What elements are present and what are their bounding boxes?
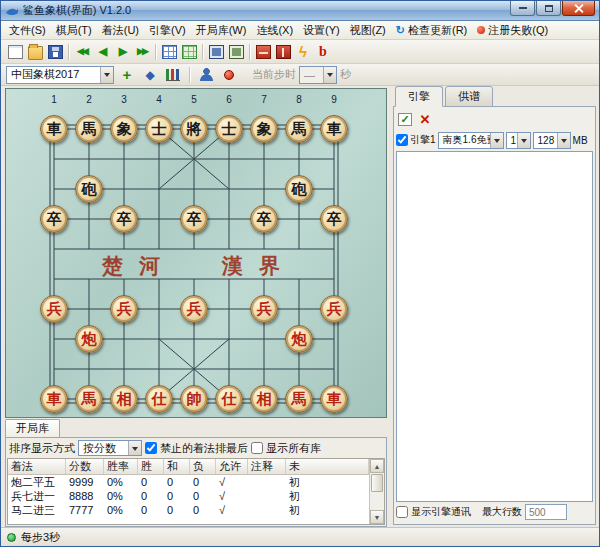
table-row[interactable]: 炮二平五 9999 0% 0 0 0 √ 初 bbox=[8, 475, 369, 489]
piece-black[interactable]: 砲 bbox=[285, 175, 313, 203]
piece-black[interactable]: 車 bbox=[320, 115, 348, 143]
col-header-score[interactable]: 分数 bbox=[66, 459, 104, 474]
piece-black[interactable]: 卒 bbox=[40, 205, 68, 233]
piece-black[interactable]: 馬 bbox=[285, 115, 313, 143]
add-book-button[interactable]: + bbox=[117, 65, 137, 85]
piece-red[interactable]: 炮 bbox=[75, 325, 103, 353]
scroll-down-icon[interactable]: ▼ bbox=[370, 510, 384, 524]
col-header-allow[interactable]: 允许 bbox=[216, 459, 248, 474]
piece-black[interactable]: 將 bbox=[180, 115, 208, 143]
column-number: 7 bbox=[261, 94, 267, 105]
menu-book[interactable]: 开局库(W) bbox=[191, 21, 252, 40]
open-button[interactable] bbox=[25, 42, 45, 62]
maximize-button[interactable] bbox=[536, 1, 561, 16]
computer-analyze-button[interactable] bbox=[226, 42, 246, 62]
minimize-button[interactable] bbox=[510, 1, 535, 16]
show-all-books-checkbox[interactable] bbox=[251, 442, 263, 454]
new-game-button[interactable] bbox=[5, 42, 25, 62]
show-engine-comm-checkbox[interactable] bbox=[396, 506, 408, 518]
piece-red[interactable]: 仕 bbox=[145, 385, 173, 413]
quick-move-button[interactable]: ϟ bbox=[293, 42, 313, 62]
piece-red[interactable]: 車 bbox=[320, 385, 348, 413]
piece-red[interactable]: 相 bbox=[110, 385, 138, 413]
nav-last-button[interactable]: ▶▶ bbox=[132, 42, 152, 62]
piece-red[interactable]: 炮 bbox=[285, 325, 313, 353]
piece-black[interactable]: 砲 bbox=[75, 175, 103, 203]
engine-threads-select[interactable]: 1 bbox=[506, 132, 531, 149]
piece-black[interactable]: 車 bbox=[40, 115, 68, 143]
col-header-source[interactable]: 未 bbox=[286, 459, 369, 474]
menu-view[interactable]: 视图(Z) bbox=[345, 21, 391, 40]
board-view-button[interactable] bbox=[159, 42, 179, 62]
piece-black[interactable]: 士 bbox=[145, 115, 173, 143]
tab-book-feed[interactable]: 供谱 bbox=[445, 86, 493, 107]
menu-engine[interactable]: 引擎(V) bbox=[144, 21, 191, 40]
nav-next-button[interactable]: ▶ bbox=[112, 42, 132, 62]
close-button[interactable] bbox=[562, 1, 595, 16]
remove-engine-button[interactable]: ✕ bbox=[416, 110, 434, 128]
piece-red[interactable]: 兵 bbox=[320, 295, 348, 323]
col-header-loss[interactable]: 负 bbox=[190, 459, 216, 474]
max-lines-input[interactable] bbox=[525, 504, 567, 520]
engine-enabled-checkbox[interactable] bbox=[396, 134, 408, 146]
forbidden-last-checkbox[interactable] bbox=[145, 442, 157, 454]
piece-black[interactable]: 卒 bbox=[180, 205, 208, 233]
col-header-winrate[interactable]: 胜率 bbox=[104, 459, 138, 474]
engine-hash-select[interactable]: 128 bbox=[533, 132, 571, 149]
piece-red[interactable]: 馬 bbox=[75, 385, 103, 413]
piece-black[interactable]: 象 bbox=[110, 115, 138, 143]
piece-red[interactable]: 兵 bbox=[180, 295, 208, 323]
piece-black[interactable]: 卒 bbox=[320, 205, 348, 233]
piece-black[interactable]: 卒 bbox=[110, 205, 138, 233]
piece-red[interactable]: 兵 bbox=[40, 295, 68, 323]
menu-game[interactable]: 棋局(T) bbox=[51, 21, 97, 40]
table-scrollbar[interactable]: ▲ ▼ bbox=[369, 459, 384, 524]
book-edit-button[interactable]: ◆ bbox=[140, 65, 160, 85]
computer-play-button[interactable] bbox=[206, 42, 226, 62]
record-button[interactable] bbox=[219, 65, 239, 85]
table-row[interactable]: 马二进三 7777 0% 0 0 0 √ 初 bbox=[8, 503, 369, 517]
piece-black[interactable]: 卒 bbox=[250, 205, 278, 233]
scroll-thumb[interactable] bbox=[371, 474, 383, 492]
tab-engine[interactable]: 引擎 bbox=[395, 86, 443, 107]
piece-red[interactable]: 兵 bbox=[110, 295, 138, 323]
tab-opening-book[interactable]: 开局库 bbox=[5, 419, 60, 437]
player-button[interactable] bbox=[196, 65, 216, 85]
piece-red[interactable]: 相 bbox=[250, 385, 278, 413]
stop-button[interactable] bbox=[273, 42, 293, 62]
engine-name-select[interactable]: 南奥1.6免费版 bbox=[438, 132, 504, 149]
chess-board[interactable]: 楚河 漢界 123456789車馬象士將士象馬車砲砲卒卒卒卒卒兵兵兵兵兵炮炮車馬… bbox=[5, 88, 387, 418]
menu-register-failed[interactable]: 注册失败(Q) bbox=[472, 21, 553, 40]
piece-red[interactable]: 仕 bbox=[215, 385, 243, 413]
col-header-draw[interactable]: 和 bbox=[164, 459, 190, 474]
piece-red[interactable]: 車 bbox=[40, 385, 68, 413]
flip-board-button[interactable] bbox=[179, 42, 199, 62]
step-time-select[interactable]: — bbox=[299, 66, 337, 84]
nav-first-button[interactable]: ◀◀ bbox=[72, 42, 92, 62]
piece-red[interactable]: 兵 bbox=[250, 295, 278, 323]
book-manage-button[interactable] bbox=[253, 42, 273, 62]
nav-prev-button[interactable]: ◀ bbox=[92, 42, 112, 62]
table-row[interactable]: 兵七进一 8888 0% 0 0 0 √ 初 bbox=[8, 489, 369, 503]
register-button[interactable]: b bbox=[313, 42, 333, 62]
sort-mode-select[interactable]: 按分数 bbox=[78, 440, 142, 456]
menu-check-update[interactable]: ↻检查更新(R) bbox=[391, 21, 473, 40]
save-button[interactable] bbox=[45, 42, 65, 62]
piece-black[interactable]: 士 bbox=[215, 115, 243, 143]
col-header-win[interactable]: 胜 bbox=[138, 459, 164, 474]
menu-moves[interactable]: 着法(U) bbox=[97, 21, 144, 40]
menu-online[interactable]: 连线(X) bbox=[251, 21, 298, 40]
statistics-button[interactable] bbox=[163, 65, 183, 85]
piece-red[interactable]: 馬 bbox=[285, 385, 313, 413]
menu-settings[interactable]: 设置(Y) bbox=[298, 21, 345, 40]
piece-black[interactable]: 馬 bbox=[75, 115, 103, 143]
scroll-up-icon[interactable]: ▲ bbox=[370, 459, 384, 473]
menu-file[interactable]: 文件(S) bbox=[4, 21, 51, 40]
piece-black[interactable]: 象 bbox=[250, 115, 278, 143]
piece-red[interactable]: 帥 bbox=[180, 385, 208, 413]
col-header-move[interactable]: 着法 bbox=[8, 459, 66, 474]
add-engine-button[interactable]: ✓ bbox=[396, 110, 414, 128]
col-header-comment[interactable]: 注释 bbox=[248, 459, 286, 474]
engine-output-list[interactable] bbox=[396, 151, 593, 502]
book-select[interactable]: 中国象棋2017 bbox=[6, 66, 114, 84]
